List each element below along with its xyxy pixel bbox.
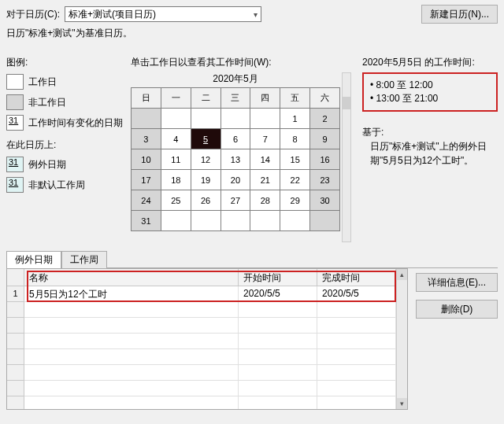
calendar-cell[interactable]: 15 (280, 149, 310, 170)
cell-name[interactable] (24, 396, 239, 410)
table-row[interactable] (24, 302, 396, 318)
scrollbar-thumb[interactable] (343, 97, 350, 109)
calendar-cell[interactable]: 4 (161, 129, 191, 149)
cell-end[interactable] (317, 334, 396, 348)
cell-name[interactable]: 5月5日为12个工时 (24, 286, 239, 301)
table-row[interactable] (24, 365, 396, 381)
cell-end[interactable] (317, 381, 396, 396)
row-number[interactable] (7, 334, 24, 349)
calendar-cell[interactable]: 9 (310, 129, 340, 149)
calendar-cell[interactable]: 12 (191, 149, 220, 170)
row-number[interactable]: 1 (7, 286, 24, 302)
calendar-cell[interactable]: 29 (280, 190, 310, 211)
table-row[interactable] (24, 381, 396, 396)
table-row[interactable]: 5月5日为12个工时2020/5/52020/5/5 (24, 286, 396, 302)
delete-button[interactable]: 删除(D) (416, 300, 498, 319)
row-number[interactable] (7, 302, 24, 318)
calendar-cell[interactable]: 6 (220, 129, 250, 149)
row-number[interactable] (7, 396, 24, 410)
calendar-cell[interactable]: 28 (250, 190, 280, 211)
table-row[interactable] (24, 396, 396, 410)
exception-grid[interactable]: 1 名称 开始时间 完成时间 5月5日为12个工时2020/5/52020/5/… (6, 268, 408, 410)
col-name[interactable]: 名称 (24, 269, 239, 286)
calendar-cell[interactable]: 31 (132, 211, 161, 231)
calendar-cell[interactable]: 26 (191, 190, 220, 211)
calendar-cell[interactable]: 23 (310, 170, 340, 190)
calendar-cell[interactable]: 1 (280, 109, 310, 129)
tab-workweeks[interactable]: 工作周 (61, 251, 107, 268)
calendar-cell (132, 109, 161, 129)
chevron-down-icon: ▾ (254, 10, 258, 19)
cell-name[interactable] (24, 365, 239, 380)
cell-start[interactable] (239, 396, 317, 410)
cell-end[interactable] (317, 349, 396, 364)
calendar-cell[interactable]: 13 (220, 149, 250, 170)
calendar-select[interactable]: 标准+测试(项目日历) ▾ (65, 6, 261, 22)
cell-name[interactable] (24, 302, 239, 317)
cell-start[interactable] (239, 365, 317, 380)
calendar-cell[interactable]: 7 (250, 129, 280, 149)
col-end[interactable]: 完成时间 (317, 269, 396, 286)
cell-name[interactable] (24, 381, 239, 396)
calendar-cell[interactable]: 21 (250, 170, 280, 190)
tab-exceptions[interactable]: 例外日期 (6, 251, 61, 268)
base-calendar-caption: 日历"标准+测试"为基准日历。 (6, 27, 498, 40)
calendar-cell[interactable]: 11 (161, 149, 191, 170)
cell-end[interactable] (317, 318, 396, 333)
legend-workday: 工作日 (28, 76, 57, 89)
scroll-down-icon[interactable]: ▾ (397, 398, 407, 409)
calendar-cell[interactable]: 25 (161, 190, 191, 211)
swatch-nondefault-icon: 31 (6, 177, 24, 193)
swatch-nonworkday (6, 94, 24, 110)
calendar-scrollbar[interactable] (342, 72, 351, 242)
cell-start[interactable]: 2020/5/5 (239, 286, 317, 301)
calendar-cell[interactable]: 22 (280, 170, 310, 190)
calendar-cell (161, 211, 191, 231)
cell-end[interactable] (317, 365, 396, 380)
legend-exception: 例外日期 (28, 158, 66, 171)
calendar-cell[interactable]: 5 (191, 129, 220, 149)
row-number[interactable] (7, 365, 24, 381)
calendar-cell[interactable]: 3 (132, 129, 161, 149)
cell-name[interactable] (24, 334, 239, 348)
row-number[interactable] (7, 318, 24, 334)
table-row[interactable] (24, 318, 396, 334)
table-row[interactable] (24, 349, 396, 365)
details-button[interactable]: 详细信息(E)... (416, 273, 498, 292)
cell-start[interactable] (239, 349, 317, 364)
cell-start[interactable] (239, 302, 317, 317)
cell-end[interactable]: 2020/5/5 (317, 286, 396, 301)
cell-start[interactable] (239, 334, 317, 348)
row-number[interactable] (7, 349, 24, 365)
calendar-cell[interactable]: 14 (250, 149, 280, 170)
hours-item-0: 8:00 至 12:00 (376, 79, 433, 90)
calendar-cell[interactable]: 17 (132, 170, 161, 190)
cell-name[interactable] (24, 349, 239, 364)
table-row[interactable] (24, 334, 396, 349)
calendar-cell[interactable]: 24 (132, 190, 161, 211)
calendar-cell[interactable]: 16 (310, 149, 340, 170)
calendar-cell[interactable]: 30 (310, 190, 340, 211)
calendar-cell[interactable]: 18 (161, 170, 191, 190)
col-start[interactable]: 开始时间 (239, 269, 317, 286)
cell-start[interactable] (239, 381, 317, 396)
cell-name[interactable] (24, 318, 239, 333)
calendar-grid[interactable]: 日一二三四五六 12345678910111213141516171819202… (131, 87, 340, 231)
calendar-cell[interactable]: 19 (191, 170, 220, 190)
calendar-cell[interactable]: 20 (220, 170, 250, 190)
hours-box: • 8:00 至 12:00 • 13:00 至 21:00 (362, 72, 498, 112)
calendar-cell[interactable]: 8 (280, 129, 310, 149)
row-number[interactable] (7, 381, 24, 396)
calendar-cell[interactable]: 10 (132, 149, 161, 170)
cell-end[interactable] (317, 396, 396, 410)
cell-start[interactable] (239, 318, 317, 333)
grid-scrollbar[interactable]: ▴ ▾ (396, 269, 407, 409)
cell-end[interactable] (317, 302, 396, 317)
swatch-exception-icon: 31 (6, 157, 24, 172)
calendar-cell[interactable]: 27 (220, 190, 250, 211)
scroll-up-icon[interactable]: ▴ (397, 269, 407, 280)
based-on-text: 日历"标准+测试"上的例外日期"5月5日为12个工时"。 (362, 139, 498, 168)
new-calendar-button[interactable]: 新建日历(N)... (421, 5, 498, 24)
calendar-cell[interactable]: 2 (310, 109, 340, 129)
calendar-cell (310, 211, 340, 231)
